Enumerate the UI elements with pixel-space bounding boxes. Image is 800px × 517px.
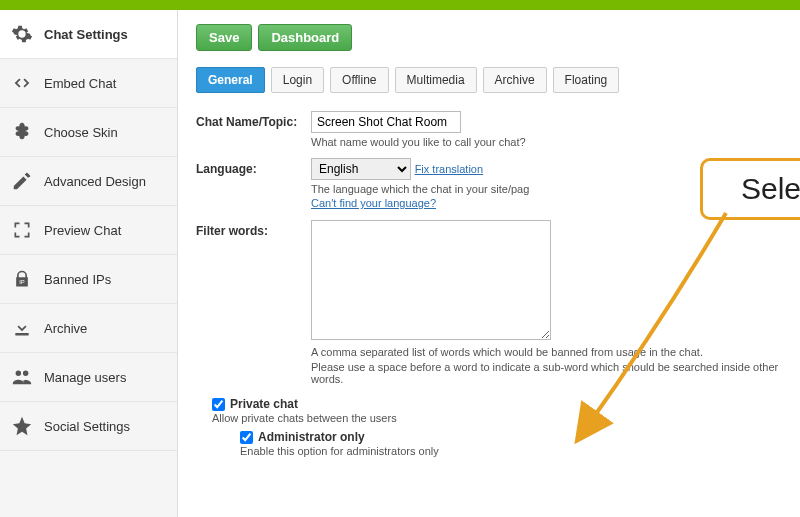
sidebar-item-label: Advanced Design xyxy=(44,174,146,189)
annotation-text: Select both xyxy=(741,172,800,206)
chat-name-input[interactable] xyxy=(311,111,461,133)
sidebar-item-label: Preview Chat xyxy=(44,223,121,238)
sidebar-item-label: Archive xyxy=(44,321,87,336)
gear-icon xyxy=(10,22,34,46)
sidebar-item-label: Choose Skin xyxy=(44,125,118,140)
tab-floating[interactable]: Floating xyxy=(553,67,620,93)
svg-text:IP: IP xyxy=(19,279,25,285)
code-icon xyxy=(10,71,34,95)
download-icon xyxy=(10,316,34,340)
private-chat-checkbox[interactable] xyxy=(212,398,225,411)
sidebar-item-archive[interactable]: Archive xyxy=(0,304,177,353)
find-language-link[interactable]: Can't find your language? xyxy=(311,197,436,209)
language-label: Language: xyxy=(196,158,311,210)
sidebar-item-advanced-design[interactable]: Advanced Design xyxy=(0,157,177,206)
top-green-bar xyxy=(0,0,800,10)
fix-translation-link[interactable]: Fix translation xyxy=(415,163,483,175)
tab-general[interactable]: General xyxy=(196,67,265,93)
sidebar-item-chat-settings[interactable]: Chat Settings xyxy=(0,10,177,59)
filter-help-1: A comma separated list of words which wo… xyxy=(311,346,782,358)
save-button[interactable]: Save xyxy=(196,24,252,51)
main-panel: Save Dashboard General Login Offline Mul… xyxy=(178,10,800,517)
lock-icon: IP xyxy=(10,267,34,291)
admin-only-checkbox[interactable] xyxy=(240,431,253,444)
filter-words-label: Filter words: xyxy=(196,220,311,385)
admin-only-help: Enable this option for administrators on… xyxy=(240,445,782,457)
sidebar-item-manage-users[interactable]: Manage users xyxy=(0,353,177,402)
private-chat-help: Allow private chats between the users xyxy=(212,412,782,424)
tab-multimedia[interactable]: Multimedia xyxy=(395,67,477,93)
sidebar-item-preview-chat[interactable]: Preview Chat xyxy=(0,206,177,255)
sidebar-item-embed-chat[interactable]: Embed Chat xyxy=(0,59,177,108)
tab-offline[interactable]: Offline xyxy=(330,67,388,93)
private-chat-label: Private chat xyxy=(230,397,298,411)
sidebar-item-label: Manage users xyxy=(44,370,126,385)
admin-only-label: Administrator only xyxy=(258,430,365,444)
tabs: General Login Offline Multimedia Archive… xyxy=(196,67,782,93)
expand-icon xyxy=(10,218,34,242)
tab-archive[interactable]: Archive xyxy=(483,67,547,93)
chat-name-help: What name would you like to call your ch… xyxy=(311,136,782,148)
tab-login[interactable]: Login xyxy=(271,67,324,93)
flower-icon xyxy=(10,120,34,144)
pencil-icon xyxy=(10,169,34,193)
filter-words-textarea[interactable] xyxy=(311,220,551,340)
sidebar-item-social-settings[interactable]: Social Settings xyxy=(0,402,177,451)
sidebar-item-choose-skin[interactable]: Choose Skin xyxy=(0,108,177,157)
annotation-callout: Select both xyxy=(700,158,800,220)
users-icon xyxy=(10,365,34,389)
sidebar: Chat Settings Embed Chat Choose Skin Adv… xyxy=(0,10,178,517)
sidebar-item-banned-ips[interactable]: IP Banned IPs xyxy=(0,255,177,304)
star-icon xyxy=(10,414,34,438)
sidebar-item-label: Social Settings xyxy=(44,419,130,434)
language-select[interactable]: English xyxy=(311,158,411,180)
dashboard-button[interactable]: Dashboard xyxy=(258,24,352,51)
chat-name-label: Chat Name/Topic: xyxy=(196,111,311,148)
sidebar-item-label: Banned IPs xyxy=(44,272,111,287)
sidebar-item-label: Embed Chat xyxy=(44,76,116,91)
filter-help-2: Please use a space before a word to indi… xyxy=(311,361,782,385)
sidebar-item-label: Chat Settings xyxy=(44,27,128,42)
